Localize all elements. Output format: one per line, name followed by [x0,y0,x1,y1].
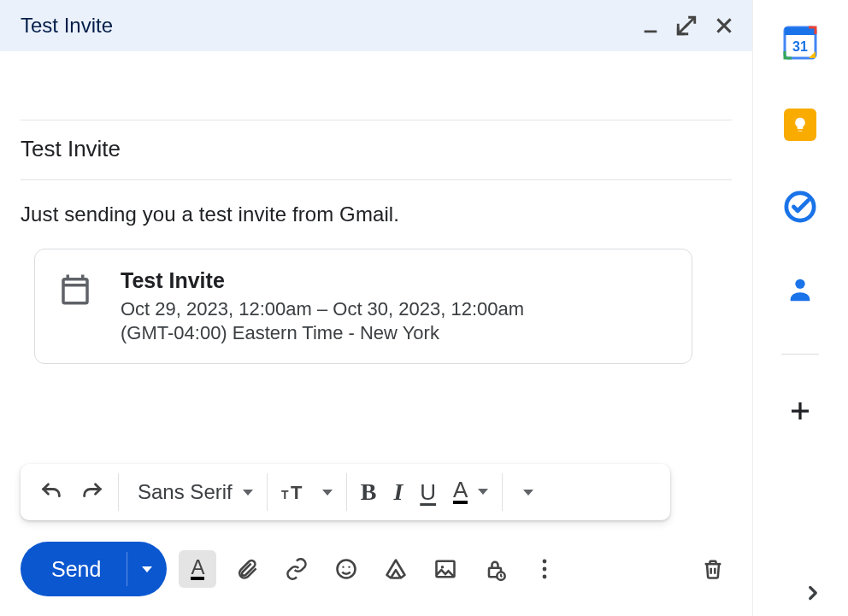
send-button[interactable]: Send [21,542,127,596]
event-timezone: (GMT-04:00) Eastern Time - New York [121,322,524,344]
text-color-button[interactable]: A [445,475,497,508]
undo-button[interactable] [31,475,72,509]
event-datetime: Oct 29, 2023, 12:00am – Oct 30, 2023, 12… [121,298,524,320]
svg-text:T: T [281,488,289,502]
chevron-down-icon [478,489,488,495]
svg-point-3 [338,560,356,578]
redo-button[interactable] [72,475,113,509]
svg-point-7 [441,566,445,569]
event-title: Test Invite [121,268,524,293]
get-addons-button[interactable] [783,394,817,428]
popout-button[interactable] [675,15,698,37]
minimize-button[interactable] [641,16,660,35]
formatting-toolbar: Sans Serif TT B I U A [21,464,670,520]
font-size-select[interactable]: TT [273,475,341,509]
confidential-mode-button[interactable] [476,550,514,588]
side-panel-toggle[interactable] [802,582,824,604]
font-name-label: Sans Serif [132,480,233,504]
svg-text:31: 31 [792,39,808,54]
insert-photo-button[interactable] [427,550,464,588]
message-body[interactable]: Just sending you a test invite from Gmai… [21,180,732,226]
compose-window: Test Invite Test Invite [0,0,752,616]
side-panel: 31 [752,0,848,616]
svg-point-17 [795,279,804,289]
send-options-button[interactable] [127,542,167,596]
underline-button[interactable]: U [411,474,445,511]
calendar-icon [57,272,93,344]
font-family-select[interactable]: Sans Serif [124,475,262,509]
chevron-down-icon [243,490,253,496]
calendar-app-button[interactable]: 31 [783,26,817,60]
keep-app-button[interactable] [783,108,817,142]
discard-draft-button[interactable] [694,550,732,588]
svg-point-5 [349,566,350,568]
svg-point-12 [543,575,547,579]
attach-file-button[interactable] [228,550,266,588]
chevron-down-icon [523,490,533,496]
lightbulb-icon [784,109,816,141]
close-button[interactable] [713,15,735,37]
compose-header: Test Invite [0,0,752,51]
side-panel-divider [781,354,819,355]
insert-link-button[interactable] [278,550,315,588]
svg-point-11 [543,567,547,572]
recipients-area[interactable] [21,51,732,120]
toggle-formatting-button[interactable]: A [179,550,216,588]
svg-point-4 [343,566,344,568]
more-options-button[interactable] [526,550,563,588]
calendar-event-card[interactable]: Test Invite Oct 29, 2023, 12:00am – Oct … [34,249,692,364]
insert-drive-button[interactable] [377,550,415,588]
more-formatting-button[interactable] [508,484,542,501]
send-button-group: Send [21,542,167,596]
tasks-app-button[interactable] [783,190,817,224]
svg-text:T: T [291,482,303,503]
subject-input[interactable]: Test Invite [21,120,732,179]
compose-title: Test Invite [21,14,113,38]
italic-button[interactable]: I [385,473,411,511]
bold-button[interactable]: B [352,473,386,511]
svg-point-10 [543,560,547,564]
insert-emoji-button[interactable] [327,550,365,588]
compose-bottom-bar: Send A [21,537,732,601]
svg-rect-0 [645,31,657,33]
chevron-down-icon [322,490,333,496]
contacts-app-button[interactable] [783,272,817,306]
